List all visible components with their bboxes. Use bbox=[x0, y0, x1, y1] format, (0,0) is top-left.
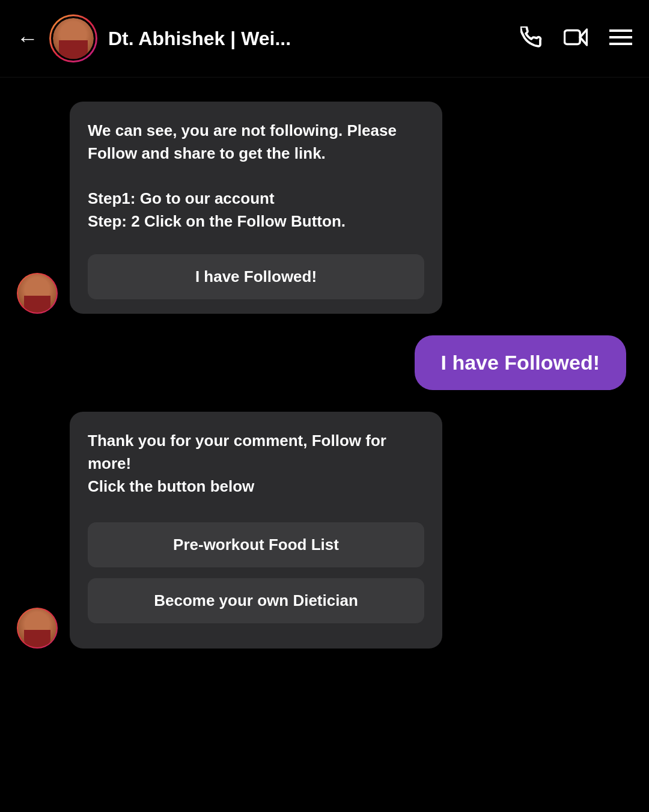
svg-marker-1 bbox=[580, 29, 587, 45]
preworkout-button[interactable]: Pre-workout Food List bbox=[88, 522, 424, 567]
contact-avatar[interactable] bbox=[49, 14, 97, 63]
contact-name: Dt. Abhishek | Wei... bbox=[108, 28, 510, 50]
outgoing-text-1: I have Followed! bbox=[441, 351, 600, 374]
incoming-message-1: We can see, you are not following. Pleas… bbox=[17, 102, 632, 314]
dietician-button[interactable]: Become your own Dietician bbox=[88, 578, 424, 623]
sender-avatar-1 bbox=[17, 273, 58, 314]
incoming-text-1: We can see, you are not following. Pleas… bbox=[88, 120, 424, 233]
chat-area: We can see, you are not following. Pleas… bbox=[0, 78, 649, 673]
sender-avatar-2 bbox=[17, 608, 58, 649]
phone-icon[interactable] bbox=[520, 26, 542, 51]
bubble-incoming-2: Thank you for your comment, Follow for m… bbox=[70, 412, 442, 648]
video-icon[interactable] bbox=[564, 26, 588, 51]
header-action-icons bbox=[520, 26, 632, 51]
chat-header: ← Dt. Abhishek | Wei... bbox=[0, 0, 649, 78]
menu-icon[interactable] bbox=[609, 28, 632, 49]
outgoing-message-1: I have Followed! bbox=[17, 335, 632, 390]
bubble-outgoing-1: I have Followed! bbox=[415, 335, 626, 390]
svg-rect-0 bbox=[564, 30, 580, 44]
bubble-incoming-1: We can see, you are not following. Pleas… bbox=[70, 102, 442, 314]
incoming-text-2: Thank you for your comment, Follow for m… bbox=[88, 430, 424, 498]
incoming-message-2: Thank you for your comment, Follow for m… bbox=[17, 412, 632, 648]
followed-button-1[interactable]: I have Followed! bbox=[88, 254, 424, 299]
back-button[interactable]: ← bbox=[17, 26, 38, 51]
